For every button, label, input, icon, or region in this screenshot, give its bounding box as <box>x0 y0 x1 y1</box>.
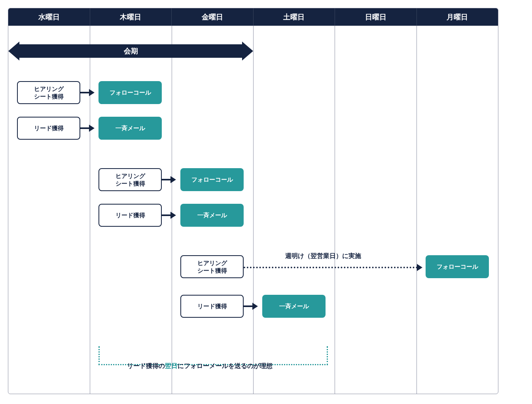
task-hearing-wed: ヒアリング シート獲得 <box>17 81 80 104</box>
task-lead-thu: リード獲得 <box>98 204 162 227</box>
bracket-text-post: にフォローメールを送るのが理想 <box>178 362 273 369</box>
task-lead-fri: リード獲得 <box>180 295 244 318</box>
task-bulkmail-sat: 一斉メール <box>262 295 326 318</box>
task-followcall-fri: フォローコール <box>180 168 244 191</box>
bracket-text-pre: リード獲得の <box>127 362 165 369</box>
arrow-connector <box>80 127 91 129</box>
task-lead-wed: リード獲得 <box>17 117 80 140</box>
task-bulkmail-fri: 一斉メール <box>180 204 244 227</box>
day-header: 月曜日 <box>417 8 498 26</box>
task-hearing-thu: ヒアリング シート獲得 <box>98 168 162 191</box>
task-followcall-thu: フォローコール <box>98 81 162 104</box>
column-divider <box>335 26 335 394</box>
column-divider <box>253 26 254 394</box>
arrow-connector <box>80 92 91 93</box>
arrow-left-icon <box>8 42 19 61</box>
task-hearing-fri: ヒアリング シート獲得 <box>180 255 244 278</box>
arrow-connector <box>162 179 172 180</box>
dotted-arrow-connector <box>244 267 418 268</box>
day-header: 水曜日 <box>8 8 90 26</box>
task-followcall-mon: フォローコール <box>426 255 489 278</box>
column-divider <box>90 26 90 394</box>
arrow-connector <box>162 214 172 216</box>
column-divider <box>172 26 172 394</box>
session-period-bar: 会期 <box>8 42 253 61</box>
day-header: 木曜日 <box>90 8 172 26</box>
bracket-label: リード獲得の翌日にフォローメールを送るのが理想 <box>127 362 273 370</box>
next-business-day-note: 週明け（翌営業日）に実施 <box>285 252 361 260</box>
chart-body: 会期 ヒアリング シート獲得 フォローコール リード獲得 一斉メール ヒアリング… <box>8 26 498 394</box>
bracket-text-highlight: 翌日 <box>165 362 178 369</box>
column-divider <box>417 26 417 394</box>
day-header-row: 水曜日 木曜日 金曜日 土曜日 日曜日 月曜日 <box>8 8 498 26</box>
day-header: 日曜日 <box>335 8 417 26</box>
day-header: 金曜日 <box>172 8 254 26</box>
task-bulkmail-thu: 一斉メール <box>98 117 162 140</box>
session-period-label: 会期 <box>19 44 242 58</box>
schedule-chart: 水曜日 木曜日 金曜日 土曜日 日曜日 月曜日 会期 ヒアリング シート獲得 フ… <box>8 8 498 394</box>
arrow-right-icon <box>242 42 253 61</box>
arrow-connector <box>244 305 254 307</box>
day-header: 土曜日 <box>254 8 335 26</box>
